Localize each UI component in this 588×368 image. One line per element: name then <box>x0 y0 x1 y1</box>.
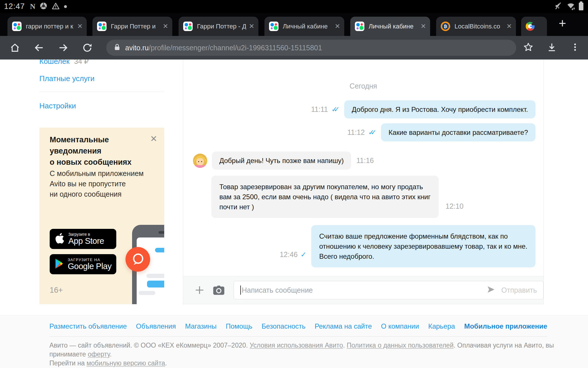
url-bar[interactable]: avito.ru/profile/messenger/channel/u2i-1… <box>106 40 516 56</box>
legal-link-mobile-version[interactable]: мобильную версию сайта <box>86 359 165 367</box>
legal-text: Перейти на <box>49 359 86 367</box>
status-time: 12:47 <box>4 2 25 11</box>
back-icon[interactable] <box>34 43 44 53</box>
message-bubble: Считаю ваше предложение форменным блядст… <box>311 225 535 267</box>
message-outgoing-1: 11:11 ✓✓ Доброго дня. Я из Ростова. Хочу… <box>311 100 535 118</box>
message-time: 11:16 <box>356 156 374 165</box>
send-arrow-icon[interactable] <box>486 285 496 295</box>
camera-icon[interactable] <box>213 285 225 295</box>
paid-services-link[interactable]: Платные услуги <box>39 74 94 83</box>
tab-google-partial[interactable] <box>521 17 547 36</box>
tab-localbitcoins[interactable]: ₿ LocalBitcoins.co <box>436 17 516 36</box>
tab-harry-potter-3[interactable]: Гарри Поттер - Д <box>179 17 258 36</box>
message-time: 12:10 <box>446 202 464 210</box>
input-placeholder: Написать сообщение <box>242 286 313 294</box>
footer-link-advertising[interactable]: Реклама на сайте <box>315 322 372 330</box>
settings-link[interactable]: Настройки <box>39 101 76 110</box>
avito-favicon <box>12 22 22 31</box>
apple-logo-icon <box>54 232 65 246</box>
footer-link-about[interactable]: О компании <box>381 322 419 330</box>
tab-harry-potter-1[interactable]: гарри поттер и к <box>7 17 87 36</box>
legal-link-terms[interactable]: Условия использования Авито <box>250 342 343 349</box>
android-status-bar: 12:47 N <box>0 0 588 13</box>
mobile-app-promo-banner: Моментальные уведомления о новых сообщен… <box>39 128 164 304</box>
appstore-badge-top: Загрузите в <box>68 232 104 237</box>
legal-text: . <box>110 350 112 358</box>
new-tab-button[interactable] <box>559 17 566 30</box>
promo-close-icon[interactable] <box>150 135 157 143</box>
avatar[interactable] <box>193 154 207 168</box>
message-incoming-2: Товар зарезервирован за другим покупател… <box>211 176 463 218</box>
wallet-balance: 34 ₽ <box>74 60 89 66</box>
footer-link-safety[interactable]: Безопасность <box>262 322 305 330</box>
localbitcoins-favicon: ₿ <box>441 22 450 31</box>
sidebar-item-settings[interactable]: Настройки <box>39 101 76 110</box>
avito-page: Кошелек 34 ₽ Платные услуги Настройки Мо… <box>0 60 588 368</box>
message-time: 11:11 <box>311 105 328 114</box>
legal-link-data-policy[interactable]: Политика о данных пользователей <box>347 342 453 349</box>
browser-tab-strip: гарри поттер и к Гарри Поттер и Гарри По… <box>0 13 588 36</box>
send-button[interactable]: Отправить <box>501 286 537 294</box>
message-input-bar: Написать сообщение Отправить <box>183 276 543 304</box>
forward-icon[interactable] <box>58 43 68 53</box>
reload-icon[interactable] <box>82 43 92 53</box>
message-input[interactable]: Написать сообщение Отправить <box>234 281 543 299</box>
googleplay-badge[interactable]: ЗАГРУЗИТЕ НА Google Play <box>50 254 116 274</box>
sidebar-item-wallet[interactable]: Кошелек 34 ₽ <box>39 60 89 66</box>
footer-link-post-ad[interactable]: Разместить объявление <box>49 322 127 330</box>
googleplay-badge-name: Google Play <box>68 262 112 271</box>
footer-link-help[interactable]: Помощь <box>226 322 252 330</box>
tab-title: LocalBitcoins.co <box>454 23 504 30</box>
tab-personal-cabinet-1[interactable]: Личный кабине <box>264 17 344 36</box>
text-caret <box>240 285 241 295</box>
message-bubble: Какие варианты доставки рассматриваете? <box>381 123 535 141</box>
read-checks-icon: ✓✓ <box>331 105 340 114</box>
age-rating: 16+ <box>50 286 63 295</box>
home-icon[interactable] <box>10 43 20 53</box>
legal-text: . <box>165 359 167 367</box>
footer-link-career[interactable]: Карьера <box>428 322 455 330</box>
tab-title: Личный кабине <box>369 23 418 30</box>
tab-close-icon[interactable] <box>335 22 340 30</box>
appstore-badge[interactable]: Загрузите в App Store <box>50 229 116 249</box>
notification-dot-icon <box>64 5 67 8</box>
chat-notification-icon <box>125 247 150 272</box>
wallet-link[interactable]: Кошелек <box>39 60 69 66</box>
url-domain: avito.ru <box>125 44 149 52</box>
sidebar-item-paid-services[interactable]: Платные услуги <box>39 74 94 83</box>
phone-speaker <box>158 231 164 234</box>
message-outgoing-2: 11:12 ✓✓ Какие варианты доставки рассмат… <box>347 123 535 141</box>
message-bubble: Товар зарезервирован за другим покупател… <box>211 176 439 218</box>
menu-kebab-icon[interactable] <box>570 42 580 53</box>
browser-toolbar: avito.ru/profile/messenger/channel/u2i-1… <box>0 36 588 60</box>
footer-link-mobile-app[interactable]: Мобильное приложение <box>464 322 547 330</box>
footer-link-shops[interactable]: Магазины <box>185 322 216 330</box>
sent-check-icon: ✓ <box>301 250 307 259</box>
attach-plus-icon[interactable] <box>195 285 204 295</box>
tab-personal-cabinet-active[interactable]: Личный кабине <box>350 17 430 36</box>
notification-n-icon: N <box>30 2 36 11</box>
message-bubble: Добрый день! Чуть позже вам напишу) <box>212 152 351 170</box>
avito-favicon <box>97 22 107 31</box>
tab-harry-potter-2[interactable]: Гарри Поттер и <box>92 17 172 36</box>
avito-favicon <box>269 22 278 31</box>
legal-link-offer[interactable]: оферту <box>88 350 110 358</box>
message-bubble: Доброго дня. Я из Ростова. Хочу приобрес… <box>344 100 535 118</box>
avito-favicon <box>183 22 193 31</box>
tab-close-icon[interactable] <box>421 22 426 30</box>
read-checks-icon: ✓✓ <box>368 128 376 137</box>
tab-close-icon[interactable] <box>506 22 512 30</box>
day-divider: Сегодня <box>183 82 543 90</box>
download-icon[interactable] <box>547 42 557 53</box>
battery-icon <box>579 3 583 10</box>
google-favicon <box>526 22 535 31</box>
tab-close-icon[interactable] <box>163 22 168 30</box>
bookmark-star-icon[interactable] <box>523 42 533 53</box>
footer-legal: Авито — сайт объявлений. © ООО «КЕХ еКом… <box>49 341 555 368</box>
message-outgoing-3: 12:46 ✓ Считаю ваше предложение форменны… <box>280 225 535 267</box>
message-incoming-1: Добрый день! Чуть позже вам напишу) 11:1… <box>193 152 374 170</box>
tab-close-icon[interactable] <box>249 22 254 30</box>
footer-link-ads[interactable]: Объявления <box>136 322 176 330</box>
tab-close-icon[interactable] <box>77 22 83 30</box>
legal-text: Авито — сайт объявлений. © ООО «КЕХ еКом… <box>49 342 250 349</box>
